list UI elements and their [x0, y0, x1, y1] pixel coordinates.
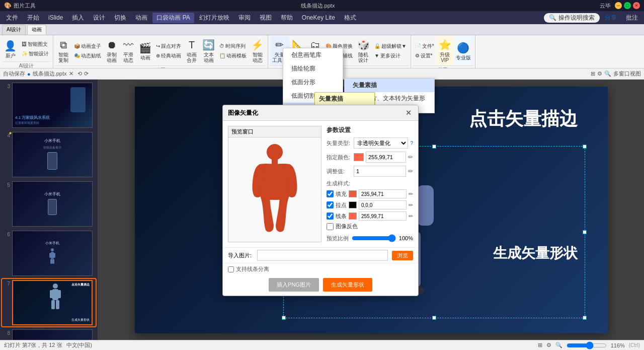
btn-animation[interactable]: 🎬 动画	[137, 36, 153, 65]
color-edit-btn[interactable]: ✏	[408, 154, 413, 161]
btn-loop[interactable]: 🔄 文本动画	[200, 36, 217, 65]
btn-new-user[interactable]: 👤 新户	[2, 36, 19, 61]
menu-item-lowcut[interactable]: 低面切割	[283, 89, 343, 103]
close-button[interactable]: ✕	[633, 2, 640, 9]
btn-merge[interactable]: ⊕经典动画	[154, 51, 183, 60]
menu-start[interactable]: 开始	[23, 13, 43, 23]
btn-smooth[interactable]: 〰 平滑动态	[120, 36, 136, 65]
minimize-button[interactable]: ─	[615, 2, 622, 9]
gen-fill-swatch[interactable]	[349, 190, 357, 197]
undo-btn[interactable]: ⟲	[77, 71, 82, 77]
btn-settings[interactable]: ⚙设置*	[413, 51, 436, 60]
menu-view[interactable]: 视图	[256, 13, 276, 23]
color-swatch-main[interactable]	[354, 153, 364, 161]
view-slide-btn[interactable]: 🔍	[555, 342, 562, 348]
tab-animation[interactable]: 动画	[27, 25, 46, 35]
btn-path[interactable]: ↪踩点对齐	[154, 42, 183, 51]
btn-smart-image[interactable]: 🖼 智能图文	[20, 40, 51, 49]
menu-onekey[interactable]: OneKey Lite	[298, 13, 339, 22]
menu-help[interactable]: 帮助	[277, 13, 297, 23]
menu-design[interactable]: 设计	[89, 13, 109, 23]
menu-animation[interactable]: 动画	[131, 13, 151, 23]
menu-transition[interactable]: 切换	[110, 13, 130, 23]
browse-btn[interactable]: 浏览	[392, 251, 413, 260]
menu-item-lowpoly[interactable]: 低面分形	[283, 76, 343, 89]
gen-fill-check[interactable]	[327, 190, 334, 197]
gen-ctrl-check[interactable]	[327, 201, 334, 208]
slide-preview-4[interactable]: 小米手机 智能设备展示	[12, 132, 93, 177]
gen-stroke-input[interactable]	[359, 212, 407, 221]
generate-vector-btn[interactable]: 生成矢量形状	[323, 278, 372, 292]
view-settings[interactable]: ⚙	[597, 71, 602, 77]
zoom-fit[interactable]: 🔍	[604, 71, 611, 77]
view-read-btn[interactable]: ⚙	[546, 342, 551, 348]
btn-pro[interactable]: 🔵 专业版	[454, 36, 473, 65]
btn-smart-copy[interactable]: ⧉ 智能复制	[55, 36, 71, 65]
slide-thumb-7[interactable]: 7 点击矢量描边	[2, 279, 96, 326]
auto-save-toggle[interactable]: ●	[27, 71, 31, 77]
gen-fill-edit-btn[interactable]: ✏	[409, 191, 413, 197]
btn-smart-design[interactable]: ✨ 智能设计	[20, 49, 51, 58]
slide-preview-3[interactable]: 4.1 万家级风水系统 让居家环境更美好	[12, 83, 93, 128]
vector-type-help: ?	[410, 141, 413, 146]
ratio-slider[interactable]	[352, 234, 396, 242]
comment-button[interactable]: 批注	[622, 13, 642, 23]
menu-search[interactable]: 🔍 操作说明搜索	[544, 13, 600, 23]
menu-insert[interactable]: 插入	[68, 13, 88, 23]
support-checkbox[interactable]	[228, 266, 234, 272]
menu-pocket[interactable]: 口袋动画 PA	[152, 13, 194, 23]
slide-preview-5[interactable]: 小米手机	[12, 181, 93, 227]
tab-ai-design[interactable]: AI设计	[2, 25, 26, 35]
vector-type-select[interactable]: 非透明矢量化	[354, 137, 408, 149]
btn-unlock[interactable]: 🔓超级解锁▼	[372, 42, 409, 51]
slide-thumb-8[interactable]: 8 智能化、超前思维 超前服务，全面领先	[2, 328, 96, 340]
maximize-button[interactable]: □	[624, 2, 631, 9]
btn-animation-box[interactable]: 📦动画盒子	[72, 42, 103, 51]
tolerance-edit-btn[interactable]: ✏	[408, 168, 413, 175]
menu-islide[interactable]: iSlide	[44, 13, 67, 22]
slide-thumb-3[interactable]: 3 4.1 万家级风水系统 让居家环境更美好	[2, 82, 96, 129]
gen-stroke-swatch[interactable]	[349, 213, 357, 220]
slide-preview-8[interactable]: 智能化、超前思维 超前服务，全面领先	[12, 329, 93, 340]
menu-file[interactable]: 文件	[2, 13, 22, 23]
btn-random[interactable]: 🎲 随机设计	[355, 36, 372, 65]
menu-item-creative[interactable]: 创意画笔库	[283, 48, 343, 62]
btn-record[interactable]: ⏺ 录制动画	[104, 36, 120, 65]
gen-ctrl-input[interactable]	[359, 200, 407, 209]
btn-text-anim[interactable]: T 动画合并	[184, 36, 200, 65]
gen-fill-input[interactable]	[359, 189, 407, 198]
menu-format[interactable]: 格式	[340, 13, 360, 23]
gen-invert-check[interactable]	[327, 223, 334, 230]
view-normal-btn[interactable]: ⊞	[538, 342, 542, 348]
vectorize-dialog[interactable]: 图像矢量化 ✕ 预览窗口	[222, 105, 419, 296]
menu-slideshow[interactable]: 幻灯片放映	[195, 13, 233, 23]
btn-smart-dynamic[interactable]: ⚡ 智能动态	[249, 36, 266, 65]
gen-stroke-check[interactable]	[327, 213, 334, 220]
import-input[interactable]	[257, 250, 388, 261]
menu-review[interactable]: 审阅	[234, 13, 255, 23]
tolerance-input[interactable]	[354, 166, 406, 177]
color-input[interactable]	[366, 152, 406, 163]
btn-upgrade[interactable]: ⭐ 升级VIP	[437, 36, 453, 65]
slide-preview-7[interactable]: 点击矢量描边 生成矢量形状	[12, 280, 93, 325]
view-toggle[interactable]: ⊞	[591, 71, 595, 77]
slide-thumb-6[interactable]: 6 小米手机	[2, 230, 96, 277]
btn-timeline[interactable]: ⏱时间序列	[217, 42, 249, 51]
dialog-close-btn[interactable]: ✕	[404, 108, 413, 117]
btn-template[interactable]: 📋动画模板	[217, 51, 249, 60]
slide-thumb-4[interactable]: 4★ 小米手机 智能设备展示	[2, 131, 96, 178]
gen-stroke-edit-btn[interactable]: ✏	[409, 213, 413, 220]
gen-ctrl-swatch[interactable]	[349, 201, 357, 208]
btn-sticker[interactable]: 🎭动态贴纸	[72, 51, 103, 60]
btn-file[interactable]: 📄文件*	[413, 42, 436, 51]
close-file-btn[interactable]: ✕	[69, 71, 73, 77]
slide-preview-6[interactable]: 小米手机	[12, 231, 93, 276]
btn-more-design[interactable]: ▼更多设计	[372, 51, 409, 60]
redo-btn[interactable]: ⟳	[84, 71, 89, 77]
share-button[interactable]: 分享	[601, 13, 621, 23]
insert-png-btn[interactable]: 插入PNG图片	[269, 278, 319, 292]
gen-ctrl-edit-btn[interactable]: ✏	[409, 202, 413, 208]
zoom-slider[interactable]	[567, 341, 607, 349]
menu-item-outline[interactable]: 描绘轮廓	[283, 62, 343, 76]
slide-thumb-5[interactable]: 5 小米手机	[2, 180, 96, 228]
